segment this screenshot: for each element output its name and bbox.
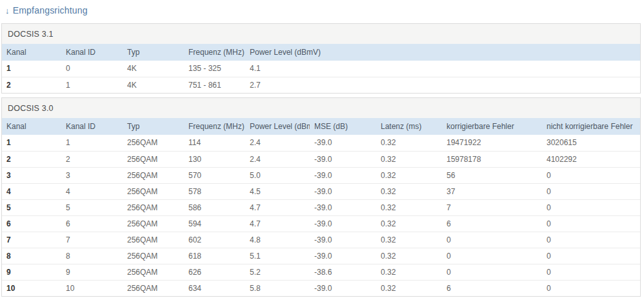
- cell: -39.0: [310, 215, 376, 232]
- cell: 4K: [123, 61, 184, 77]
- cell: 0.32: [376, 135, 442, 151]
- cell: 0: [442, 264, 542, 280]
- column-header: Typ: [123, 118, 184, 135]
- cell: 19471922: [442, 135, 542, 151]
- cell: 6: [442, 215, 542, 232]
- cell: -39.0: [310, 167, 376, 183]
- table-row: 99256QAM6265.2-38.60.3200: [2, 264, 640, 280]
- cell: 4102292: [542, 151, 640, 167]
- cell: 256QAM: [123, 264, 184, 280]
- section-title: DOCSIS 3.1: [2, 24, 640, 44]
- table-header-row: KanalKanal IDTypFrequenz (MHz)Power Leve…: [2, 44, 640, 61]
- cell: 0.32: [376, 215, 442, 232]
- cell: 4.7: [245, 215, 310, 232]
- cell: 4.7: [245, 199, 310, 215]
- cell: 0.32: [376, 199, 442, 215]
- cell: 4: [61, 183, 123, 199]
- column-header: nicht korrigierbare Fehler: [542, 118, 640, 135]
- cell-kanal: 1: [2, 61, 61, 77]
- table-row: 22256QAM1302.4-39.00.32159781784102292: [2, 151, 640, 167]
- cell-kanal: 2: [2, 151, 61, 167]
- cell: 256QAM: [123, 167, 184, 183]
- cell: 256QAM: [123, 151, 184, 167]
- table-row: 1010256QAM6345.8-39.00.3260: [2, 280, 640, 296]
- cell: 602: [184, 232, 245, 248]
- cell: 56: [442, 167, 542, 183]
- cell: 0: [542, 167, 640, 183]
- table-row: 77256QAM6024.8-39.00.3200: [2, 232, 640, 248]
- cell: 0.32: [376, 248, 442, 264]
- cell: 0.32: [376, 232, 442, 248]
- table-row: 55256QAM5864.7-39.00.3270: [2, 199, 640, 215]
- cell-kanal: 9: [2, 264, 61, 280]
- column-header: MSE (dB): [310, 118, 376, 135]
- cell: 2.4: [245, 151, 310, 167]
- cell: 0: [542, 215, 640, 232]
- cell: 0: [61, 61, 123, 77]
- cell: 7: [442, 199, 542, 215]
- column-header: Frequenz (MHz): [184, 118, 245, 135]
- cell: 4.1: [245, 61, 640, 77]
- cell: -39.0: [310, 135, 376, 151]
- cell: 256QAM: [123, 232, 184, 248]
- column-header: Power Level (dBmV): [245, 118, 310, 135]
- column-header: Kanal: [2, 118, 61, 135]
- cell: 256QAM: [123, 248, 184, 264]
- cell: -39.0: [310, 183, 376, 199]
- docsis-section: DOCSIS 3.1KanalKanal IDTypFrequenz (MHz)…: [1, 23, 641, 94]
- cell: 2: [61, 151, 123, 167]
- docsis-status-page: ↓ Empfangsrichtung DOCSIS 3.1KanalKanal …: [0, 0, 644, 298]
- cell: -39.0: [310, 199, 376, 215]
- cell: 0: [442, 248, 542, 264]
- cell: 4K: [123, 77, 184, 93]
- cell: 5: [61, 199, 123, 215]
- cell: 1: [61, 77, 123, 93]
- cell: 0: [542, 248, 640, 264]
- page-title-label: Empfangsrichtung: [13, 5, 88, 15]
- cell: -39.0: [310, 151, 376, 167]
- cell: 0.32: [376, 167, 442, 183]
- docsis-section: DOCSIS 3.0KanalKanal IDTypFrequenz (MHz)…: [1, 97, 641, 297]
- column-header: Kanal: [2, 44, 61, 61]
- cell: 0: [542, 280, 640, 296]
- cell-kanal: 4: [2, 183, 61, 199]
- cell: 751 - 861: [184, 77, 245, 93]
- cell: 0: [542, 199, 640, 215]
- cell: 130: [184, 151, 245, 167]
- cell: 7: [61, 232, 123, 248]
- cell: 2.4: [245, 135, 310, 151]
- arrow-down-icon: ↓: [5, 6, 10, 15]
- column-header: Frequenz (MHz): [184, 44, 245, 61]
- cell-kanal: 7: [2, 232, 61, 248]
- cell: 10: [61, 280, 123, 296]
- table-header-row: KanalKanal IDTypFrequenz (MHz)Power Leve…: [2, 118, 640, 135]
- cell: 626: [184, 264, 245, 280]
- page-title: ↓ Empfangsrichtung: [1, 4, 641, 23]
- cell: 5.0: [245, 167, 310, 183]
- cell: 0: [442, 232, 542, 248]
- cell-kanal: 10: [2, 280, 61, 296]
- cell: 586: [184, 199, 245, 215]
- cell: 256QAM: [123, 199, 184, 215]
- cell-kanal: 8: [2, 248, 61, 264]
- cell: 6: [442, 280, 542, 296]
- column-header: Kanal ID: [61, 118, 123, 135]
- cell: 256QAM: [123, 135, 184, 151]
- channel-table: KanalKanal IDTypFrequenz (MHz)Power Leve…: [2, 118, 640, 296]
- cell-kanal: 5: [2, 199, 61, 215]
- section-title: DOCSIS 3.0: [2, 98, 640, 118]
- channel-table: KanalKanal IDTypFrequenz (MHz)Power Leve…: [2, 44, 640, 93]
- section-list: DOCSIS 3.1KanalKanal IDTypFrequenz (MHz)…: [1, 23, 641, 297]
- cell: -39.0: [310, 248, 376, 264]
- cell: 0.32: [376, 183, 442, 199]
- cell: 15978178: [442, 151, 542, 167]
- cell: 9: [61, 264, 123, 280]
- table-row: 66256QAM5944.7-39.00.3260: [2, 215, 640, 232]
- cell: 256QAM: [123, 215, 184, 232]
- cell: 2.7: [245, 77, 640, 93]
- cell: 0: [542, 183, 640, 199]
- cell: 5.8: [245, 280, 310, 296]
- cell: 256QAM: [123, 280, 184, 296]
- cell: 570: [184, 167, 245, 183]
- cell: 0.32: [376, 280, 442, 296]
